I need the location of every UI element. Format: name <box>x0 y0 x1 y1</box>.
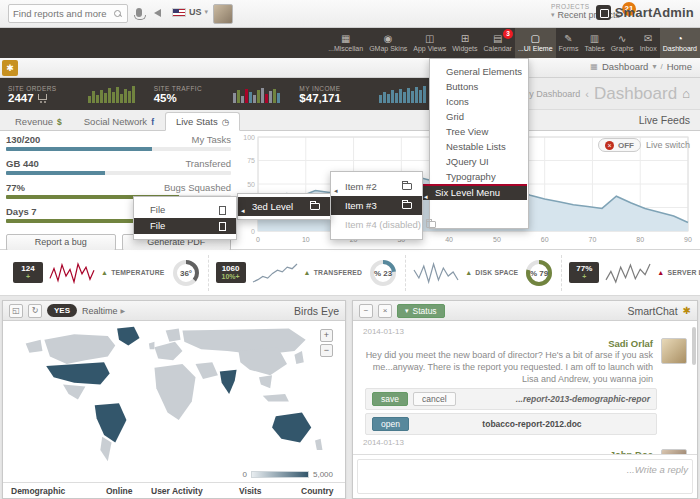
reply-area <box>353 454 697 498</box>
stat-site-traffic: SITE TRAFFIC 45% <box>146 78 292 110</box>
submenu-arrow-icon: ◂ <box>241 201 245 220</box>
off-icon: × <box>605 141 614 150</box>
disk-space-gauge: % 79 <box>524 258 554 288</box>
realtime-control[interactable]: Realtime ▶ <box>82 306 125 316</box>
column-country[interactable]: Country <box>293 486 345 496</box>
menu-item-typography[interactable]: Typography <box>430 169 528 184</box>
status-dropdown[interactable]: ▾ Status <box>397 304 445 318</box>
zoom-in-button[interactable]: + <box>320 329 333 342</box>
menu-item-file[interactable]: File <box>134 202 236 218</box>
open-button[interactable]: open <box>372 417 409 431</box>
refresh-icon[interactable]: ↻ <box>28 304 42 318</box>
column-user-activity[interactable]: User Activity <box>143 486 231 496</box>
column-visits[interactable]: Visits <box>231 486 293 496</box>
avatar-sadi-orlaf[interactable] <box>661 338 687 364</box>
column-demographic[interactable]: Demographic <box>3 486 98 496</box>
live-switch-toggle[interactable]: × OFF <box>598 138 641 152</box>
resize-icon[interactable]: ◱ <box>9 304 23 318</box>
new-zealand <box>315 439 322 450</box>
nav-item-inbox[interactable]: ✉ Inbox <box>637 28 660 58</box>
language-selector[interactable]: US ▾ <box>172 7 208 17</box>
microphone-icon[interactable] <box>136 8 142 17</box>
tab-revenue[interactable]: Revenue $ <box>4 112 73 131</box>
report-bug-button[interactable]: Report a bug <box>6 234 116 251</box>
chat-scrollbar[interactable] <box>692 327 696 365</box>
home-icon: ⌂ <box>682 86 690 101</box>
svg-text:% 23: % 23 <box>374 269 393 278</box>
menu-item-2[interactable]: ◂ Item #2 <box>331 177 422 196</box>
chat-settings-icon[interactable]: ✱ <box>683 305 691 316</box>
kpi-transfered: 1060 10%+ ▲TRANSFERED % 23 <box>209 255 407 291</box>
menu-item-3[interactable]: Item #3 <box>331 196 422 215</box>
nav-item-graphs[interactable]: ∿ Graphs <box>608 28 637 58</box>
menu-item-nestable-lists[interactable]: Nestable Lists <box>430 139 528 154</box>
menu-item-3ed-level[interactable]: ◂ 3ed Level <box>238 197 330 216</box>
smartadmin-app: US ▾ PROJECTS ▾ Recent projects 21 Smart… <box>0 0 700 499</box>
tab-social-network[interactable]: Social Network f <box>73 112 165 131</box>
svg-text:50: 50 <box>247 181 255 188</box>
attachment-filename[interactable]: ...report-2013-demographic-repor <box>516 394 650 404</box>
dollar-icon: $ <box>57 117 62 127</box>
kpi-temperature: 124 + ▲TEMPERATURE 36° <box>6 255 209 291</box>
breadcrumb-current[interactable]: Home <box>667 61 692 72</box>
menu-item-grid[interactable]: Grid <box>430 109 528 124</box>
kpi-box: 1060 10%+ <box>216 262 246 283</box>
breadcrumb-parent[interactable]: Dashboard <box>602 61 648 72</box>
global-search[interactable] <box>8 4 128 23</box>
nav-item-gmap-skins[interactable]: ◉ GMap Skins <box>366 28 410 58</box>
nav-item-app-views[interactable]: ◫ App Views <box>410 28 449 58</box>
transfered-sparkline <box>252 262 298 284</box>
menu-item-buttons[interactable]: Buttons <box>430 79 528 94</box>
nav-item-ui-elements[interactable]: ▢ ...UI Eleme <box>515 28 556 58</box>
zoom-out-button[interactable]: − <box>320 344 333 357</box>
close-icon[interactable]: × <box>378 304 392 318</box>
volume-icon[interactable] <box>154 9 161 17</box>
cancel-button[interactable]: cancel <box>413 392 456 406</box>
smartchat-title: SmartChat <box>627 305 677 317</box>
nav-item-widgets[interactable]: ⊞ Widgets <box>449 28 480 58</box>
nav-item-dashboard[interactable]: ◔ Dashboard <box>660 28 700 58</box>
brazil <box>95 403 127 442</box>
live-widget-tabs-bar: Revenue $ Social Network f Live Stats ◷ … <box>0 110 700 131</box>
greenland <box>117 327 139 346</box>
disk-space-sparkline <box>413 262 459 284</box>
save-button[interactable]: save <box>372 392 408 406</box>
nav-item-forms[interactable]: ✎ Forms <box>556 28 582 58</box>
server-load-sparkline <box>605 262 651 284</box>
svg-text:75: 75 <box>247 157 255 164</box>
column-online[interactable]: Online <box>98 486 143 496</box>
progress-transfered: GB 440Transfered <box>6 158 231 182</box>
folder-icon <box>402 183 412 190</box>
user-avatar[interactable] <box>213 4 233 24</box>
us-flag-icon <box>172 8 186 17</box>
caret-down-icon: ▾ <box>551 11 555 19</box>
menu-item-file[interactable]: File <box>134 218 236 234</box>
nav-item-tables[interactable]: ▥ Tables <box>581 28 607 58</box>
menu-item-jquery-ui[interactable]: JQuery UI <box>430 154 528 169</box>
reply-input[interactable] <box>357 459 693 494</box>
legend-gradient <box>251 471 309 478</box>
attachment-filename[interactable]: tobacco-report-2012.doc <box>482 419 581 429</box>
progress-my-tasks: 130/200My Tasks <box>6 134 231 158</box>
search-input[interactable] <box>9 8 114 19</box>
menu-item-4-disabled: Item #4 (disabled) <box>331 215 422 234</box>
stat-my-income: MY INCOME $47,171 <box>291 78 437 110</box>
menu-item-icons[interactable]: Icons <box>430 94 528 109</box>
minimize-icon[interactable]: − <box>359 304 373 318</box>
tab-live-stats[interactable]: Live Stats ◷ <box>165 112 240 131</box>
caret-down-icon: ▾ <box>205 8 209 16</box>
menu-item-general-elements[interactable]: General Elements <box>430 64 528 79</box>
trend-up-icon: ▲ <box>304 269 311 276</box>
message-timestamp: 2014-01-13 <box>363 438 687 447</box>
submenu-arrow-icon: ◂ <box>424 190 428 204</box>
menu-item-tree-view[interactable]: Tree View <box>430 124 528 139</box>
live-switch: × OFF Live switch <box>598 138 690 152</box>
yes-toggle[interactable]: YES <box>47 304 77 317</box>
page-subtitle: My Dashboard <box>522 89 581 99</box>
layout-settings-button[interactable]: ✱ <box>2 60 18 76</box>
nav-item-miscellaneous[interactable]: ▦ ...Miscellan <box>325 28 366 58</box>
menu-item-six-level-menu[interactable]: ◂ Six Level Menu <box>421 184 527 200</box>
china <box>238 347 287 375</box>
world-map[interactable]: + − 0 5,000 <box>3 321 345 483</box>
nav-item-calendar[interactable]: 3 ▤ Calendar <box>481 28 515 58</box>
